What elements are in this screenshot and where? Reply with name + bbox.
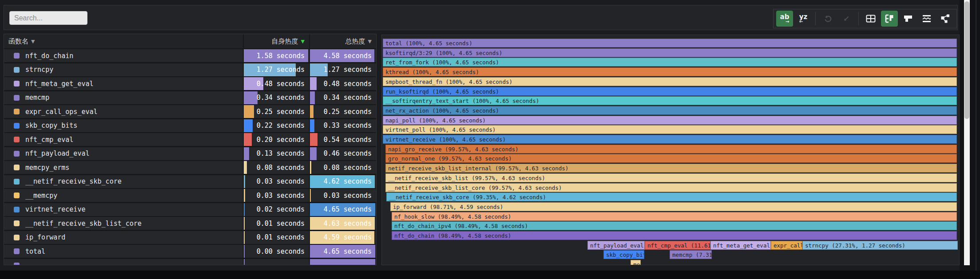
self-heat-bar [244,231,245,244]
flame-frame[interactable]: mem [631,260,641,265]
self-heat-cell: 0.01 seconds [244,217,309,230]
table-row[interactable]: ip_forward0.01 seconds4.59 seconds [4,231,376,244]
flame-frame[interactable]: ip_forward (98.71%, 4.59 seconds) [390,202,957,211]
flame-frame[interactable]: memcmp (7.31% [670,250,712,259]
table-flame-view-button[interactable] [881,11,898,27]
table-icon [865,13,876,24]
column-header-total-heat[interactable]: 总热度 ▼ [310,34,376,48]
self-heat-cell: 0.02 seconds [244,203,309,216]
table-row[interactable] [4,259,376,266]
column-header-self-heat[interactable]: 自身热度 ▼ [244,34,309,48]
flame-frame[interactable]: virtnet_receive (100%, 4.65 seconds) [383,135,957,144]
total-heat-cell: 0.54 seconds [310,133,376,146]
function-name-cell: nft_meta_get_eval [4,77,243,90]
undo-button[interactable] [819,11,836,27]
match-text-forward-button[interactable]: ab→ [776,11,793,27]
search-input[interactable] [9,11,87,25]
flame-frame[interactable]: skb_copy_bits [603,250,644,259]
self-heat-cell: 0.20 seconds [244,133,309,146]
topbar: ab→yz← [4,5,958,30]
table-row[interactable]: expr_call_ops_eval0.25 seconds0.25 secon… [4,105,376,118]
table-row[interactable]: nft_cmp_eval0.20 seconds0.54 seconds [4,133,376,146]
function-name-label: total [25,248,45,255]
flame-frame[interactable]: net_rx_action (100%, 4.65 seconds) [383,106,957,115]
table-row[interactable]: __netif_receive_skb_core0.03 seconds4.62… [4,175,376,188]
flame-frame[interactable]: ret_from_fork (100%, 4.65 seconds) [383,58,957,67]
total-heat-bar [310,77,317,90]
table-row[interactable]: virtnet_receive0.02 seconds4.65 seconds [4,203,376,216]
flame-frame[interactable]: nft_meta_get_eval ( [710,241,771,250]
self-heat-cell: 0.08 seconds [244,161,309,174]
self-heat-bar [244,119,253,132]
function-color-chip [14,235,20,240]
self-heat-bar [244,175,245,188]
self-heat-bar [244,189,245,202]
table-row[interactable]: total0.00 seconds4.65 seconds [4,245,376,258]
flame-frame[interactable]: nft_payload_eval ( [587,241,645,250]
flame-frame[interactable]: nft_cmp_eval (11.61%, [645,241,710,250]
callgraph-view-button[interactable] [937,11,954,27]
scrollbar-thumb[interactable] [964,1,969,119]
flame-frame[interactable]: strncpy (27.31%, 1.27 seconds) [802,241,958,250]
table-row[interactable]: strncpy1.27 seconds1.27 seconds [4,63,376,76]
flame-frame[interactable]: smpboot_thread_fn (100%, 4.65 seconds) [383,77,957,86]
flame-frame[interactable]: gro_normal_one (99.57%, 4.63 seconds) [385,154,957,163]
self-heat-cell: 0.01 seconds [244,231,309,244]
collapse-button[interactable] [838,11,855,27]
flame-frame[interactable]: __netif_receive_skb_list_core (99.57%, 4… [385,183,957,192]
flame-frame[interactable]: napi_poll (100%, 4.65 seconds) [383,116,957,125]
table-row[interactable]: __netif_receive_skb_list_core0.01 second… [4,217,376,230]
total-heat-value: 0.25 seconds [324,108,372,116]
table-view-button[interactable] [862,11,879,27]
function-color-chip [14,67,20,73]
sort-arrow-icon: ▼ [31,39,35,44]
flame-icon [903,13,913,24]
flame-frame[interactable]: total (100%, 4.65 seconds) [383,39,957,47]
flame-frame[interactable]: expr_call_ [771,241,802,250]
match-text-backward-button[interactable]: yz← [795,11,812,27]
function-color-chip [14,53,20,59]
total-heat-bar [310,259,375,266]
self-heat-value: 0.22 seconds [257,122,305,130]
function-color-chip [14,109,20,114]
function-name-cell: nft_do_chain [4,49,243,62]
table-row[interactable]: nft_do_chain1.58 seconds4.58 seconds [4,49,376,62]
total-heat-cell: 4.59 seconds [310,231,376,244]
self-heat-cell: 0.22 seconds [244,119,309,132]
toolbar-separator [815,12,816,25]
self-heat-bar [244,259,245,266]
flame-frame[interactable]: ksoftirqd/3:29 (100%, 4.65 seconds) [383,48,957,57]
column-header-function-name[interactable]: 函数名 ▼ [4,34,243,48]
flame-frame[interactable]: virtnet_poll (100%, 4.65 seconds) [383,125,957,134]
self-heat-bar [244,161,247,174]
flame-frame[interactable]: kthread (100%, 4.65 seconds) [383,67,957,76]
vertical-scrollbar[interactable] [964,0,970,265]
table-row[interactable]: memcmp0.34 seconds0.34 seconds [4,91,376,104]
table-row[interactable]: __memcpy0.03 seconds0.03 seconds [4,189,376,202]
flame-frame[interactable]: nf_hook_slow (98.49%, 4.58 seconds) [392,212,957,221]
flame-frame[interactable]: netif_receive_skb_list_internal (99.57%,… [385,164,957,173]
flame-frame[interactable]: nft_do_chain (98.49%, 4.58 seconds) [392,231,957,240]
flame-frame[interactable]: __netif_receive_skb_list (99.57%, 4.63 s… [385,173,957,182]
flame-frame[interactable]: __softirqentry_text_start (100%, 4.65 se… [383,96,957,105]
total-heat-cell: 4.65 seconds [310,245,376,258]
function-name-label: expr_call_ops_eval [25,108,98,116]
function-name-cell: nft_cmp_eval [4,133,243,146]
table-row[interactable]: skb_copy_bits0.22 seconds0.33 seconds [4,119,376,132]
flame-frame[interactable]: run_ksoftirqd (100%, 4.65 seconds) [383,87,957,96]
total-heat-value: 4.58 seconds [324,52,372,60]
toolbar: ab→yz← [773,9,957,28]
total-heat-value: 0.54 seconds [324,136,372,144]
function-name-cell: expr_call_ops_eval [4,105,243,118]
table-row[interactable]: nft_meta_get_eval0.48 seconds0.48 second… [4,77,376,90]
function-name-label: strncpy [25,66,53,74]
flamegraph-view-button[interactable] [900,11,917,27]
flame-frame[interactable]: __netif_receive_skb_core (99.35%, 4.62 s… [386,193,957,201]
table-row[interactable]: memcpy_erms0.08 seconds0.08 seconds [4,161,376,174]
timeline-view-button[interactable] [918,11,935,27]
total-heat-value: 4.62 seconds [324,177,372,185]
flame-frame[interactable]: napi_gro_receive (99.57%, 4.63 seconds) [385,145,957,153]
flame-frame[interactable]: nft_do_chain_ipv4 (98.49%, 4.58 seconds) [392,221,957,230]
total-heat-value: 0.33 seconds [324,122,372,130]
table-row[interactable]: nft_payload_eval0.13 seconds0.46 seconds [4,147,376,160]
